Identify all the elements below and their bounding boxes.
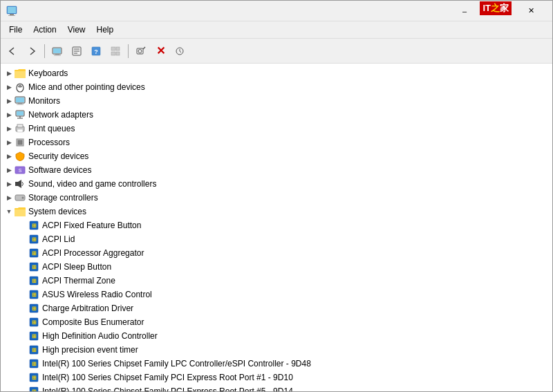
uninstall-button[interactable]: ✕ (151, 42, 169, 60)
svg-rect-15 (116, 47, 120, 50)
icon-processors (15, 137, 26, 148)
svg-text:⊞: ⊞ (32, 223, 37, 229)
svg-rect-28 (17, 104, 24, 105)
watermark: IT之家 (480, 1, 512, 15)
tree-item-intel-pci1[interactable]: ⊞ Intel(R) 100 Series Chipset Family PCI… (1, 371, 552, 384)
minimize-button[interactable]: – (449, 1, 480, 21)
toggle-asus-wrc (17, 289, 28, 300)
tree-item-processors[interactable]: ▶ Processors (1, 136, 552, 149)
svg-point-42 (22, 197, 24, 199)
toggle-processors[interactable]: ▶ (3, 137, 15, 148)
toggle-security[interactable]: ▶ (3, 151, 15, 162)
icon-monitors (15, 95, 26, 106)
forward-button[interactable] (23, 42, 41, 60)
tree-item-intel-pci5[interactable]: ⊞ Intel(R) 100 Series Chipset Family PCI… (1, 384, 552, 391)
update-button[interactable] (171, 42, 189, 60)
svg-line-19 (143, 47, 145, 49)
show-hidden-button[interactable] (48, 42, 66, 60)
menu-view[interactable]: View (62, 23, 91, 37)
tree-item-hpet[interactable]: ⊞ High precision event timer (1, 343, 552, 357)
icon-keyboards (15, 68, 26, 79)
tree-item-intel-lpc[interactable]: ⊞ Intel(R) 100 Series Chipset Family LPC… (1, 357, 552, 371)
icon-intel-pci5: ⊞ (28, 386, 39, 391)
svg-rect-37 (18, 140, 22, 144)
toggle-storage[interactable]: ▶ (3, 192, 15, 203)
toggle-acpi-sb (17, 261, 28, 272)
separator-2 (128, 44, 129, 58)
back-button[interactable] (3, 42, 21, 60)
toggle-monitors[interactable]: ▶ (3, 95, 15, 106)
tree-item-keyboards[interactable]: ▶ Keyboards (1, 66, 552, 80)
scan-button[interactable] (132, 42, 150, 60)
tree-item-acpi-ffb[interactable]: ⊞ ACPI Fixed Feature Button (1, 218, 552, 232)
content-area: ▶ Keyboards ▶ Mice and other pointing de… (1, 64, 552, 391)
svg-rect-30 (17, 111, 24, 115)
toggle-hpet (17, 344, 28, 355)
svg-text:?: ? (94, 48, 98, 55)
label-keyboards: Keyboards (28, 68, 68, 78)
svg-text:⊞: ⊞ (32, 333, 37, 339)
close-button[interactable]: ✕ (515, 1, 547, 21)
icon-acpi-ffb: ⊞ (28, 220, 39, 231)
tree-item-network[interactable]: ▶ Network adapters (1, 108, 552, 122)
svg-text:⊞: ⊞ (32, 361, 37, 367)
tree-item-acpi-sb[interactable]: ⊞ ACPI Sleep Button (1, 260, 552, 274)
toggle-print[interactable]: ▶ (3, 123, 15, 134)
menu-action[interactable]: Action (28, 23, 62, 37)
properties-button[interactable] (68, 42, 86, 60)
toggle-sound[interactable]: ▶ (3, 178, 15, 189)
svg-text:⊞: ⊞ (32, 306, 37, 312)
toggle-software[interactable]: ▶ (3, 165, 15, 176)
label-composite: Composite Bus Enumerator (42, 317, 144, 327)
svg-text:⊞: ⊞ (32, 236, 37, 243)
svg-text:⊞: ⊞ (32, 264, 37, 270)
tree-item-hda[interactable]: ⊞ High Definition Audio Controller (1, 329, 552, 343)
tree-item-sound[interactable]: ▶ Sound, video and game controllers (1, 177, 552, 191)
icon-network (15, 109, 26, 120)
tree-item-print[interactable]: ▶ Print queues (1, 122, 552, 136)
label-hda: High Definition Audio Controller (42, 331, 158, 341)
tree-item-mice[interactable]: ▶ Mice and other pointing devices (1, 80, 552, 94)
device-tree[interactable]: ▶ Keyboards ▶ Mice and other pointing de… (1, 64, 552, 391)
toggle-network[interactable]: ▶ (3, 109, 15, 120)
toggle-keyboards[interactable]: ▶ (3, 68, 15, 79)
tree-item-system[interactable]: ▼ System devices (1, 205, 552, 218)
tree-item-asus-wrc[interactable]: ⊞ ASUS Wireless Radio Control (1, 288, 552, 301)
icon-system (15, 206, 26, 217)
toggle-system[interactable]: ▼ (3, 206, 15, 217)
svg-rect-34 (17, 124, 23, 127)
svg-text:⊞: ⊞ (32, 389, 37, 391)
label-acpi-sb: ACPI Sleep Button (42, 262, 111, 272)
tree-item-charge[interactable]: ⊞ Charge Arbitration Driver (1, 301, 552, 315)
view-button[interactable] (106, 42, 124, 60)
tree-item-acpi-lid[interactable]: ⊞ ACPI Lid (1, 232, 552, 246)
label-mice: Mice and other pointing devices (28, 82, 145, 92)
toggle-mice[interactable]: ▶ (3, 82, 15, 93)
icon-security (15, 151, 26, 162)
label-print: Print queues (28, 124, 75, 133)
tree-item-software[interactable]: ▶ S Software devices (1, 163, 552, 177)
icon-intel-pci1: ⊞ (28, 372, 39, 383)
svg-rect-7 (54, 55, 61, 55)
icon-composite: ⊞ (28, 317, 39, 328)
svg-rect-16 (111, 52, 115, 55)
tree-item-storage[interactable]: ▶ Storage controllers (1, 191, 552, 205)
svg-text:⊞: ⊞ (32, 278, 37, 284)
label-acpi-ffb: ACPI Fixed Feature Button (42, 221, 141, 230)
label-processors: Processors (28, 138, 70, 147)
label-intel-pci1: Intel(R) 100 Series Chipset Family PCI E… (42, 373, 293, 382)
tree-item-acpi-tz[interactable]: ⊞ ACPI Thermal Zone (1, 274, 552, 288)
tree-item-monitors[interactable]: ▶ Monitors (1, 94, 552, 108)
label-hpet: High precision event timer (42, 345, 138, 355)
tree-item-composite[interactable]: ⊞ Composite Bus Enumerator (1, 315, 552, 329)
help-button[interactable]: ? (87, 42, 105, 60)
svg-rect-14 (111, 47, 115, 50)
menu-file[interactable]: File (3, 23, 28, 37)
icon-software: S (15, 165, 26, 176)
menu-help[interactable]: Help (91, 23, 120, 37)
toggle-acpi-ffb (17, 220, 28, 231)
label-monitors: Monitors (28, 96, 60, 106)
tree-item-security[interactable]: ▶ Security devices (1, 149, 552, 163)
label-security: Security devices (28, 151, 88, 161)
tree-item-acpi-pa[interactable]: ⊞ ACPI Processor Aggregator (1, 246, 552, 260)
